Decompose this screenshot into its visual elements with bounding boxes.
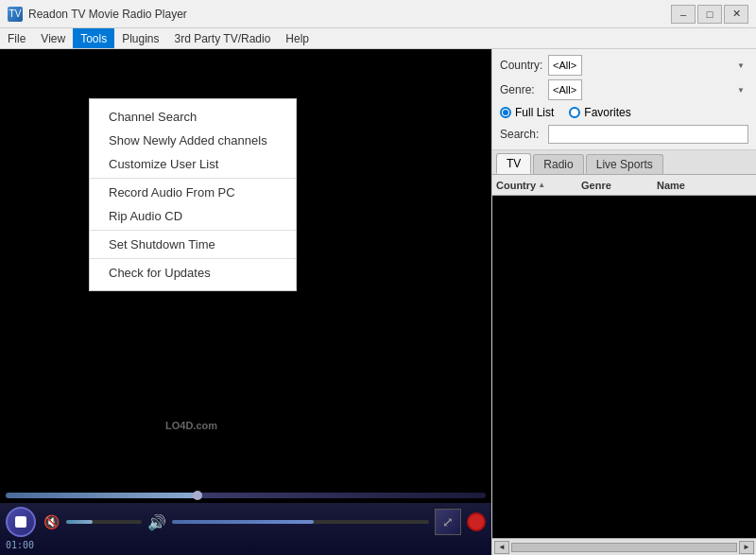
video-area: LO4D.com Channel Search Show Newly Added…: [0, 49, 491, 555]
country-select[interactable]: <All>: [548, 55, 582, 76]
window-controls: – □ ✕: [671, 5, 748, 24]
watermark: LO4D.com: [165, 420, 217, 431]
dropdown-section-1: Channel Search Show Newly Added channels…: [90, 103, 296, 178]
tab-bar: TV Radio Live Sports: [492, 150, 756, 175]
menu-thirdparty[interactable]: 3rd Party TV/Radio: [167, 28, 279, 48]
favorites-radio[interactable]: [569, 107, 580, 118]
dropdown-section-2: Record Audio From PC Rip Audio CD: [90, 178, 296, 230]
seek-bar-area: [0, 488, 491, 503]
menu-help[interactable]: Help: [278, 28, 317, 48]
sidebar-filters: Country: <All> ▼ Genre: <All> ▼: [492, 49, 756, 150]
maximize-button[interactable]: □: [697, 5, 722, 24]
seek-bar[interactable]: [6, 493, 486, 498]
window-title: Readon TV Movie Radio Player: [28, 8, 187, 21]
column-header-name[interactable]: Name: [657, 180, 752, 191]
volume-bar[interactable]: [66, 520, 142, 524]
genre-select-arrow: ▼: [737, 86, 745, 95]
channel-list-content[interactable]: [492, 196, 756, 538]
sidebar: Country: <All> ▼ Genre: <All> ▼: [491, 49, 756, 555]
title-bar-left: TV Readon TV Movie Radio Player: [8, 7, 187, 22]
seek-bar-container[interactable]: [6, 490, 486, 501]
menu-tools[interactable]: Tools: [73, 28, 114, 48]
radio-row: Full List Favorites: [500, 104, 748, 121]
menu-view[interactable]: View: [33, 28, 73, 48]
search-input[interactable]: [548, 125, 748, 144]
volume-fill: [66, 520, 93, 524]
audio-bar[interactable]: [172, 520, 429, 524]
close-button[interactable]: ✕: [724, 5, 748, 24]
favorites-label: Favorites: [584, 106, 630, 119]
audio-fill: [172, 520, 314, 524]
fullscreen-button[interactable]: ⤢: [435, 509, 461, 535]
stop-button[interactable]: [6, 507, 36, 537]
scroll-right-button[interactable]: ►: [739, 541, 754, 554]
time-display: 01:00: [6, 540, 486, 550]
country-select-arrow: ▼: [737, 61, 745, 70]
menu-bar: File View Tools Plugins 3rd Party TV/Rad…: [0, 28, 756, 49]
channel-search-item[interactable]: Channel Search: [90, 105, 296, 129]
column-header-genre[interactable]: Genre: [581, 180, 657, 191]
genre-select[interactable]: <All>: [548, 79, 582, 100]
tab-radio[interactable]: Radio: [533, 154, 583, 174]
country-label: Country:: [500, 59, 542, 72]
search-row: Search:: [500, 125, 748, 144]
country-row: Country: <All> ▼: [500, 55, 748, 76]
full-list-label: Full List: [515, 106, 554, 119]
minimize-button[interactable]: –: [671, 5, 696, 24]
channel-list-header: Country ▲ Genre Name: [492, 175, 756, 196]
country-select-wrapper: <All> ▼: [548, 55, 748, 76]
controls-row: 🔇 🔊 ⤢: [6, 507, 486, 537]
record-button[interactable]: [467, 512, 486, 531]
app-icon: TV: [8, 7, 23, 22]
customize-user-list-item[interactable]: Customize User List: [90, 152, 296, 176]
genre-row: Genre: <All> ▼: [500, 79, 748, 100]
controls-bar: 🔇 🔊 ⤢ 01:00: [0, 503, 491, 555]
stop-icon: [15, 516, 26, 528]
mute-button[interactable]: 🔇: [42, 512, 60, 531]
menu-file[interactable]: File: [0, 28, 33, 48]
set-shutdown-item[interactable]: Set Shutdown Time: [90, 233, 296, 256]
main-layout: LO4D.com Channel Search Show Newly Added…: [0, 49, 756, 555]
dropdown-section-3: Set Shutdown Time: [90, 230, 296, 258]
favorites-option[interactable]: Favorites: [569, 106, 630, 119]
show-newly-added-item[interactable]: Show Newly Added channels: [90, 129, 296, 152]
search-label: Search:: [500, 128, 542, 141]
tools-dropdown-menu: Channel Search Show Newly Added channels…: [89, 98, 297, 291]
column-header-country[interactable]: Country ▲: [496, 180, 581, 191]
record-audio-item[interactable]: Record Audio From PC: [90, 181, 296, 204]
dropdown-section-4: Check for Updates: [90, 258, 296, 286]
rip-audio-cd-item[interactable]: Rip Audio CD: [90, 204, 296, 228]
genre-label: Genre:: [500, 83, 542, 96]
country-sort-arrow: ▲: [538, 181, 545, 189]
scroll-track[interactable]: [511, 543, 737, 552]
scroll-left-button[interactable]: ◄: [494, 541, 509, 554]
menu-plugins[interactable]: Plugins: [114, 28, 166, 48]
sidebar-scrollbar: ◄ ►: [492, 538, 756, 555]
video-wrapper: LO4D.com Channel Search Show Newly Added…: [0, 49, 491, 488]
volume-icon[interactable]: 🔊: [147, 512, 166, 531]
tab-live-sports[interactable]: Live Sports: [586, 154, 663, 174]
full-list-option[interactable]: Full List: [500, 106, 554, 119]
check-updates-item[interactable]: Check for Updates: [90, 261, 296, 285]
title-bar: TV Readon TV Movie Radio Player – □ ✕: [0, 0, 756, 28]
full-list-radio[interactable]: [500, 107, 511, 118]
genre-select-wrapper: <All> ▼: [548, 79, 748, 100]
tab-tv[interactable]: TV: [496, 153, 531, 174]
seek-handle[interactable]: [193, 491, 202, 500]
